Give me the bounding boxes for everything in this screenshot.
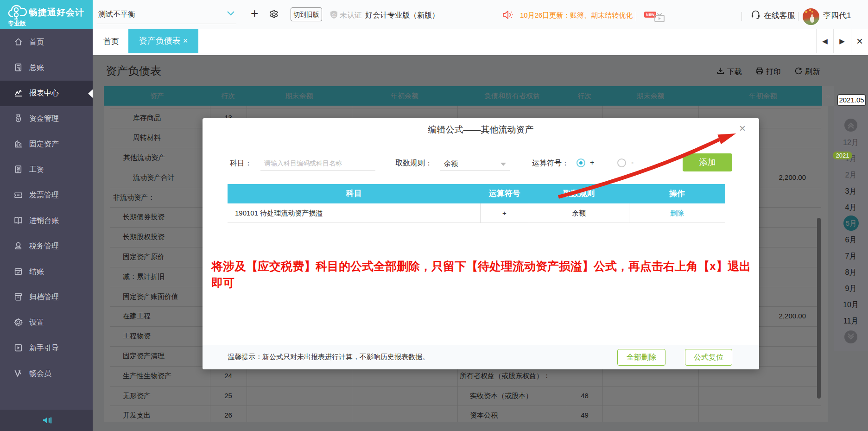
svg-text:企: 企 xyxy=(332,13,336,17)
